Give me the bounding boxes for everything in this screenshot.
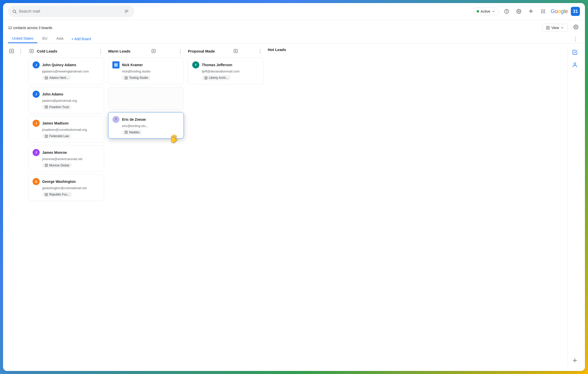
add-cold-leads-button[interactable]: [28, 48, 35, 54]
building-icon: [125, 131, 128, 134]
svg-rect-56: [125, 77, 128, 79]
avatar-gw: G: [33, 178, 40, 185]
contact-card-george-washington[interactable]: G George Washington gwashington@colonial…: [28, 174, 104, 201]
board-column-cold-leads: Cold Leads ⋮ J John Quincy Adams jqadams…: [28, 47, 104, 367]
more-notitle-button[interactable]: ⋮: [17, 47, 24, 55]
calendar-icon: 31: [571, 7, 580, 16]
card-top: Eric de Zeeuw: [112, 116, 180, 123]
contact-email-jqa: jqadams@newenglandmail.com: [33, 69, 100, 73]
filter-icon: [124, 9, 129, 14]
svg-rect-14: [544, 11, 545, 12]
tab-eu[interactable]: EU: [38, 34, 51, 43]
more-proposal-button[interactable]: ⋮: [257, 47, 264, 55]
contact-name-gw: George Washington: [42, 180, 76, 184]
contact-card-james-madison[interactable]: J James Madison jmadison@constitutionmai…: [28, 116, 104, 143]
svg-rect-29: [45, 77, 48, 79]
add-board-button[interactable]: + Add Board: [68, 35, 94, 43]
add-column-button[interactable]: [8, 48, 15, 54]
building-icon: [45, 105, 48, 109]
contact-email-ja: jadams@patriotmail.org: [33, 99, 100, 103]
svg-rect-55: [116, 65, 117, 66]
sparkle-icon-button[interactable]: [526, 7, 535, 16]
contact-card-nick-kramer[interactable]: Nick Kramer nick@tooling.studio Tooling …: [108, 58, 184, 84]
svg-rect-10: [543, 10, 543, 10]
svg-rect-33: [45, 106, 48, 108]
company-badge-jm: Federalist Law: [42, 134, 71, 139]
board-header-notitle: ⋮: [8, 47, 24, 55]
contact-card-james-monroe[interactable]: J James Monroe jmonroe@americanmail.net …: [28, 145, 104, 172]
avatar-tj: T: [192, 61, 199, 68]
avatar-ja: J: [33, 91, 40, 98]
contact-name-jmo: James Monroe: [42, 151, 67, 155]
board-column-notitle: ⋮: [8, 47, 24, 367]
contact-card-john-quincy-adams[interactable]: J John Quincy Adams jqadams@newenglandma…: [28, 58, 104, 84]
sub-header: 12 contacts across 3 boards View: [3, 20, 585, 32]
board-settings-button[interactable]: [572, 23, 580, 32]
apps-icon: [541, 9, 546, 14]
svg-point-60: [115, 118, 117, 120]
svg-rect-61: [125, 131, 128, 134]
svg-point-5: [128, 11, 128, 12]
svg-rect-68: [205, 77, 207, 79]
contact-email-jm: jmadison@constitutionmail.org: [33, 128, 100, 132]
svg-rect-54: [114, 65, 116, 66]
card-top: J John Adams: [33, 91, 100, 98]
view-button[interactable]: View: [542, 24, 568, 32]
add-warm-leads-button[interactable]: [150, 48, 157, 54]
search-input[interactable]: [19, 9, 121, 14]
add-proposal-button[interactable]: [232, 48, 239, 54]
tasks-sidebar-button[interactable]: [570, 47, 580, 57]
svg-rect-21: [548, 28, 549, 29]
tab-asia[interactable]: Asia: [53, 34, 67, 43]
svg-point-8: [518, 11, 519, 12]
company-badge-nk: Tooling Studio: [122, 75, 151, 80]
board-header-cold-leads: Cold Leads ⋮: [28, 47, 104, 55]
card-top: G George Washington: [33, 178, 100, 185]
building-icon: [45, 164, 48, 167]
more-cold-leads-button[interactable]: ⋮: [97, 47, 104, 55]
svg-rect-17: [544, 12, 545, 13]
top-bar: Active: [3, 3, 585, 20]
contact-name-ja: John Adams: [42, 92, 63, 96]
contact-email-tj: tjeff@declarationmail.com: [192, 69, 259, 73]
active-status-button[interactable]: Active: [473, 8, 499, 15]
contact-name-jm: James Madison: [42, 121, 68, 125]
cold-leads-title: Cold Leads: [37, 49, 57, 53]
apps-icon-button[interactable]: [538, 7, 548, 16]
help-icon-button[interactable]: [502, 7, 511, 16]
people-sidebar-button[interactable]: [570, 60, 580, 70]
more-warm-leads-button[interactable]: ⋮: [177, 47, 184, 55]
tabs-more-button[interactable]: ⋮: [571, 35, 580, 43]
svg-rect-19: [548, 26, 549, 28]
person-icon: [572, 62, 578, 68]
settings-icon: [573, 24, 578, 30]
warm-leads-title: Warm Leads: [108, 49, 131, 53]
drag-cursor-visual: 🖐: [168, 133, 179, 144]
settings-icon-button[interactable]: [514, 7, 523, 16]
contact-card-eric-dezeeuw-dragging[interactable]: Eric de Zeeuw eric@tooling.stu... Neddes: [108, 112, 184, 139]
boards-container: ⋮ Cold Leads ⋮: [8, 47, 564, 367]
filter-icon-button[interactable]: [123, 8, 130, 15]
avatar-jm: J: [33, 120, 40, 127]
contact-card-thomas-jefferson[interactable]: T Thomas Jefferson tjeff@declarationmail…: [188, 58, 264, 84]
board-column-proposal-made: Proposal Made ⋮ T Thomas Jefferson: [188, 47, 264, 367]
avatar-eric: [112, 116, 119, 123]
card-top: T Thomas Jefferson: [192, 61, 259, 68]
add-sidebar-button[interactable]: [570, 355, 580, 367]
search-bar[interactable]: [8, 6, 134, 17]
svg-rect-53: [116, 63, 117, 65]
help-icon: [504, 9, 509, 14]
tab-united-states[interactable]: United States: [8, 34, 37, 43]
avatar-jmo: J: [33, 149, 40, 156]
svg-rect-15: [541, 12, 542, 13]
contact-email-eric: eric@tooling.stu...: [112, 124, 180, 128]
grid-view-icon: [546, 26, 550, 30]
contact-name-eric: Eric de Zeeuw: [122, 117, 146, 121]
svg-point-72: [574, 63, 576, 65]
add-icon: [572, 357, 578, 363]
company-badge-jmo: Monroe Global: [42, 163, 72, 168]
sparkle-icon: [528, 9, 533, 14]
building-icon: [125, 76, 128, 80]
contact-card-john-adams[interactable]: J John Adams jadams@patriotmail.org Free…: [28, 87, 104, 114]
search-icon: [12, 9, 17, 14]
